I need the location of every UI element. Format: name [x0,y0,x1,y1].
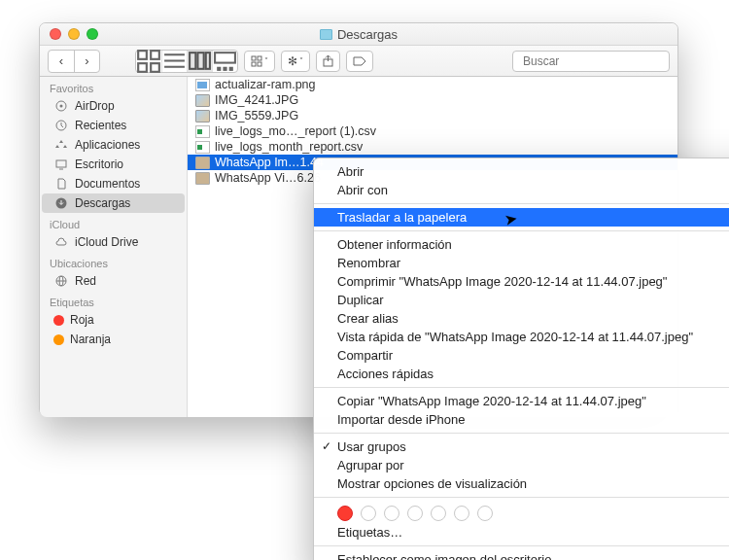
column-view-button[interactable] [187,51,212,72]
tag-color-circle[interactable] [477,506,493,521]
file-icon [195,157,210,169]
back-button[interactable]: ‹ [49,51,74,72]
menu-item[interactable]: Acciones rápidas [314,365,729,383]
menu-item[interactable]: Importar desde iPhone [314,410,729,429]
file-icon [195,172,210,185]
file-row[interactable]: actualizar-ram.png [188,77,677,92]
menu-item[interactable]: Copiar "WhatsApp Image 2020-12-14 at 11.… [314,392,729,410]
menu-separator [314,545,729,546]
menu-item[interactable]: Comprimir "WhatsApp Image 2020-12-14 at … [314,272,729,291]
sidebar-heading-icloud: iCloud [40,213,187,232]
titlebar[interactable]: Descargas [40,23,677,46]
menu-item[interactable]: Abrir con [314,181,729,199]
sidebar-item-desktop[interactable]: Escritorio [40,155,187,174]
file-name: WhatsApp Vi…6.26 [215,171,321,185]
tag-color-circle[interactable] [407,506,423,521]
sidebar-item-network[interactable]: Red [40,271,187,291]
svg-rect-3 [151,63,159,72]
svg-rect-15 [258,56,261,60]
menu-item[interactable]: Trasladar a la papelera [314,208,729,227]
svg-rect-12 [223,67,226,71]
folder-icon [320,29,332,40]
svg-rect-17 [258,62,261,66]
svg-rect-25 [56,160,66,167]
file-icon [195,125,210,138]
svg-rect-8 [197,52,203,69]
file-name: WhatsApp Im…1.44 [215,156,324,169]
svg-rect-16 [252,62,256,66]
sidebar-item-airdrop[interactable]: AirDrop [40,96,187,116]
menu-separator [314,203,729,204]
menu-item[interactable]: Abrir [314,162,729,181]
menu-separator [314,387,729,388]
file-row[interactable]: IMG_4241.JPG [188,92,677,108]
menu-item[interactable]: Obtener información [314,235,729,254]
sidebar-heading-favorites: Favoritos [40,77,187,96]
tag-color-circle[interactable] [431,506,446,521]
menu-item[interactable]: Agrupar por [314,456,729,474]
search-field[interactable] [512,51,670,72]
search-input[interactable] [523,54,669,68]
tag-icon [353,56,366,66]
menu-item[interactable]: Renombrar [314,254,729,272]
sidebar: Favoritos AirDrop Recientes Aplicaciones… [40,77,188,417]
svg-rect-13 [229,67,233,71]
sidebar-heading-locations: Ubicaciones [40,252,187,271]
gear-icon: ✻ [288,54,297,68]
tag-color-circle[interactable] [337,506,353,521]
list-view-button[interactable] [161,51,187,72]
documents-icon [53,177,69,191]
file-row[interactable]: IMG_5559.JPG [188,108,677,123]
sidebar-item-recents[interactable]: Recientes [40,116,187,135]
view-switcher [135,50,238,73]
sidebar-item-downloads[interactable]: Descargas [42,193,185,213]
tag-color-circle[interactable] [384,506,399,521]
tag-dot-icon [53,334,64,345]
action-button[interactable]: ✻˅ [281,51,310,72]
desktop-icon [53,158,69,171]
svg-rect-11 [217,67,221,71]
sidebar-tag-red[interactable]: Roja [40,310,187,330]
network-icon [53,274,69,288]
menu-separator [314,230,729,231]
menu-item[interactable]: Mostrar opciones de visualización [314,474,729,493]
apps-icon [53,138,69,152]
tag-color-circle[interactable] [454,506,469,521]
sidebar-tag-orange[interactable]: Naranja [40,330,187,349]
menu-item[interactable]: Vista rápida de "WhatsApp Image 2020-12-… [314,328,729,346]
sidebar-item-documents[interactable]: Documentos [40,174,187,193]
svg-rect-7 [190,52,195,69]
menu-item[interactable]: Compartir [314,346,729,365]
file-name: IMG_5559.JPG [215,109,298,122]
menu-item[interactable]: Duplicar [314,291,729,309]
menu-item[interactable]: Crear alias [314,309,729,328]
share-button[interactable] [316,51,340,72]
group-button[interactable]: ˅ [244,51,275,72]
clock-icon [53,119,69,132]
tag-color-circle[interactable] [361,506,376,521]
file-name: live_logs_month_report.csv [215,140,363,154]
menu-item[interactable]: Usar grupos [314,438,729,456]
sidebar-item-applications[interactable]: Aplicaciones [40,135,187,155]
sidebar-item-icloud[interactable]: iCloud Drive [40,232,187,252]
tag-dot-icon [53,315,64,326]
svg-rect-14 [252,56,256,60]
tags-button[interactable] [346,51,373,72]
window-title: Descargas [40,27,677,42]
window-title-text: Descargas [337,27,398,42]
svg-rect-0 [138,51,147,59]
svg-rect-2 [138,63,147,72]
gallery-view-button[interactable] [212,51,237,72]
file-row[interactable]: live_logs_mo…_report (1).csv [188,123,677,139]
context-menu: AbrirAbrir conTrasladar a la papeleraObt… [313,158,729,560]
share-icon [323,55,333,67]
svg-rect-1 [151,51,159,59]
file-icon [195,94,210,107]
icon-view-button[interactable] [136,51,161,72]
menu-item[interactable]: Etiquetas… [314,523,729,542]
file-icon [195,79,210,91]
menu-item[interactable]: Establecer como imagen del escritorio [314,550,729,560]
file-name: actualizar-ram.png [215,78,316,91]
file-row[interactable]: live_logs_month_report.csv [188,139,677,155]
forward-button[interactable]: › [74,51,99,72]
